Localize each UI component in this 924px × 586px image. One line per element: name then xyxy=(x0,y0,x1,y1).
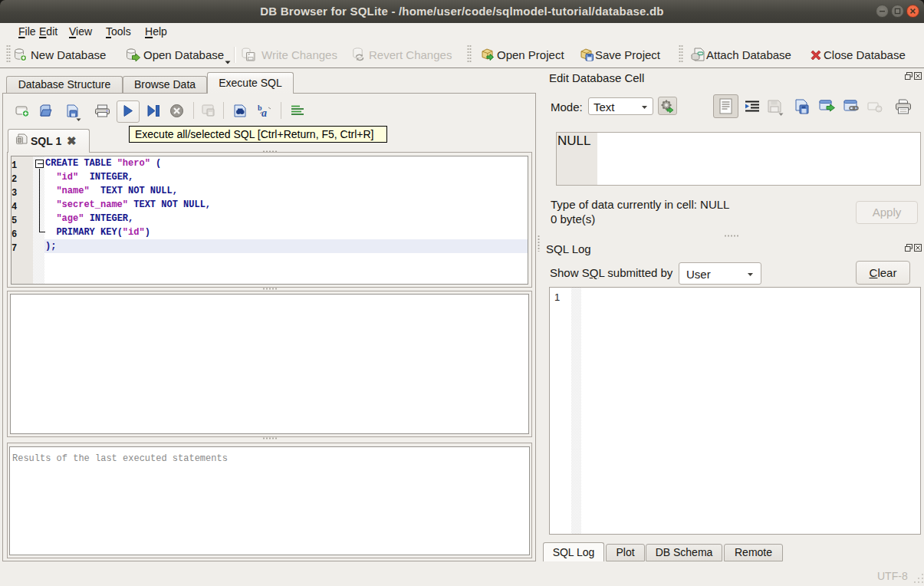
svg-text:a: a xyxy=(261,107,267,118)
